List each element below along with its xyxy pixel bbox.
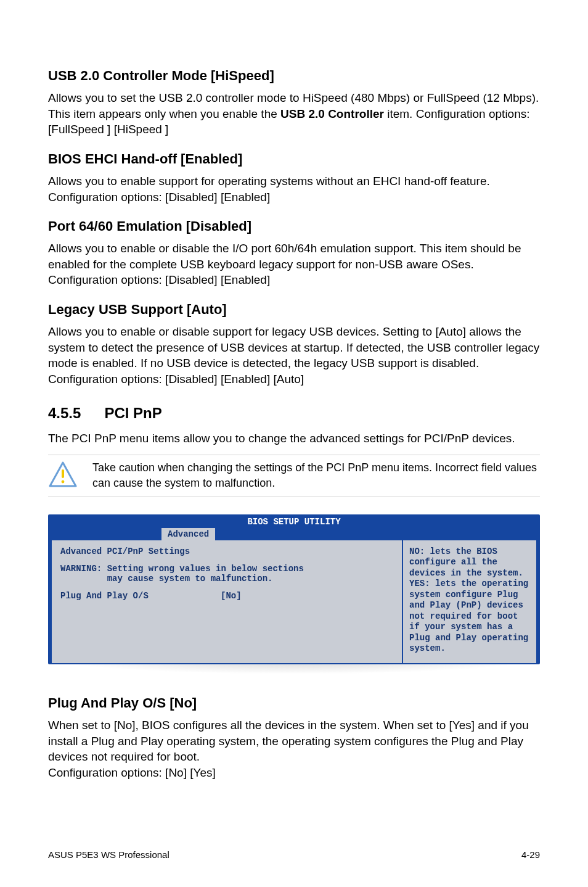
bios-main-pane: Advanced PCI/PnP Settings WARNING: Setti… xyxy=(49,540,403,663)
body-ehci: Allows you to enable support for operati… xyxy=(48,173,540,205)
subsection-number: 4.5.5 xyxy=(48,405,81,422)
bios-row-plug-and-play[interactable]: Plug And Play O/S [No] xyxy=(60,591,393,601)
page-content: USB 2.0 Controller Mode [HiSpeed] Allows… xyxy=(0,0,588,819)
page-footer: ASUS P5E3 WS Professional 4-29 xyxy=(0,819,588,878)
subsection-title: PCI PnP xyxy=(104,405,161,422)
bios-warning: WARNING: Setting wrong values in below s… xyxy=(60,564,393,584)
bios-shadow xyxy=(48,664,540,674)
heading-usb-mode: USB 2.0 Controller Mode [HiSpeed] xyxy=(48,68,540,84)
bios-tab-advanced[interactable]: Advanced xyxy=(160,528,216,540)
svg-point-1 xyxy=(62,481,65,484)
body-plug: When set to [No], BIOS configures all th… xyxy=(48,717,540,781)
alert-caution: Take caution when changing the settings … xyxy=(48,455,540,497)
text-usb-mode-bold: USB 2.0 Controller xyxy=(280,107,384,120)
body-legacy: Allows you to enable or disable support … xyxy=(48,324,540,387)
subsection-pcipnp: 4.5.5 PCI PnP xyxy=(48,405,540,422)
body-port6460: Allows you to enable or disable the I/O … xyxy=(48,241,540,288)
heading-ehci: BIOS EHCI Hand-off [Enabled] xyxy=(48,151,540,167)
bios-header: Advanced PCI/PnP Settings xyxy=(60,547,393,556)
heading-plug: Plug And Play O/S [No] xyxy=(48,695,540,711)
bios-warning-line1: Setting wrong values in below sections xyxy=(107,564,304,574)
bios-warning-line2: may cause system to malfunction. xyxy=(107,574,273,584)
footer-left: ASUS P5E3 WS Professional xyxy=(48,849,169,860)
svg-rect-0 xyxy=(62,469,64,478)
body-pcipnp-intro: The PCI PnP menu items allow you to chan… xyxy=(48,431,540,447)
bios-row-label: Plug And Play O/S xyxy=(60,591,221,601)
bios-help-pane: NO: lets the BIOS configure all the devi… xyxy=(403,540,539,663)
bios-row-value: [No] xyxy=(221,591,242,601)
alert-container: Take caution when changing the settings … xyxy=(48,455,540,497)
heading-port6460: Port 64/60 Emulation [Disabled] xyxy=(48,218,540,234)
alert-text: Take caution when changing the settings … xyxy=(92,460,540,490)
heading-legacy: Legacy USB Support [Auto] xyxy=(48,302,540,318)
warning-icon xyxy=(48,461,78,487)
bios-panel: BIOS SETUP UTILITY Advanced Advanced PCI… xyxy=(48,514,540,674)
footer-right: 4-29 xyxy=(521,849,540,860)
bios-warning-label: WARNING: xyxy=(60,564,102,574)
bios-title: BIOS SETUP UTILITY xyxy=(49,516,539,528)
body-usb-mode: Allows you to set the USB 2.0 controller… xyxy=(48,90,540,138)
